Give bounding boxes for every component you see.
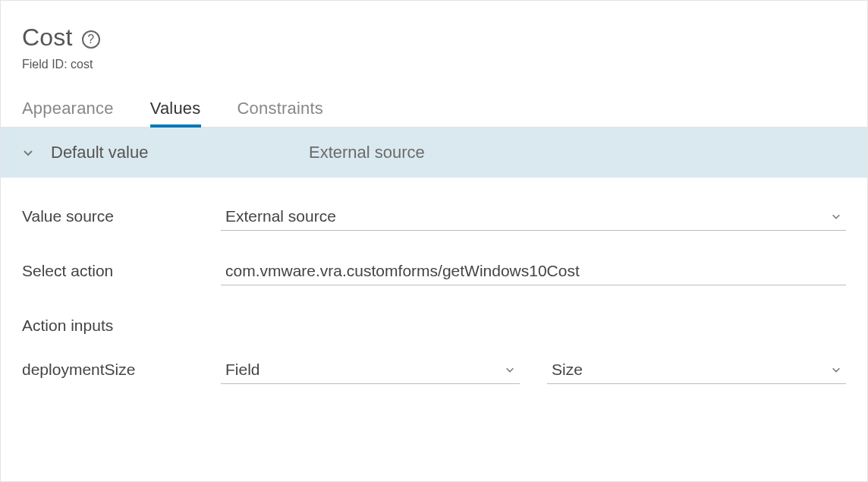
properties-panel: Cost ? Field ID: cost Appearance Values …: [0, 0, 868, 482]
tabs: Appearance Values Constraints: [1, 71, 867, 128]
panel-header: Cost ? Field ID: cost: [1, 1, 867, 71]
section-label: Default value: [51, 143, 309, 162]
select-deployment-size-field[interactable]: Size: [547, 356, 846, 384]
chevron-down-icon: [831, 364, 841, 375]
select-deployment-size-field-text: Size: [552, 361, 583, 379]
row-action-inputs: Action inputs: [22, 304, 846, 348]
help-icon[interactable]: ?: [82, 30, 100, 49]
row-deployment-size: deploymentSize Field Size: [22, 348, 846, 392]
page-title: Cost: [22, 24, 73, 52]
label-deployment-size: deploymentSize: [22, 361, 221, 379]
field-id-label: Field ID: cost: [22, 58, 846, 71]
chevron-down-icon: [22, 146, 34, 159]
label-value-source: Value source: [22, 207, 221, 225]
chevron-down-icon: [831, 211, 841, 222]
chevron-down-icon: [505, 364, 515, 375]
select-deployment-size-type-text: Field: [225, 361, 260, 379]
tab-appearance[interactable]: Appearance: [22, 99, 114, 127]
row-select-action: Select action: [22, 249, 846, 293]
section-default-value[interactable]: Default value External source: [1, 128, 867, 178]
row-value-source: Value source External source: [22, 194, 846, 238]
select-value-source-text: External source: [225, 207, 336, 225]
label-action-inputs: Action inputs: [22, 317, 221, 335]
label-select-action: Select action: [22, 262, 221, 280]
section-value: External source: [309, 143, 425, 162]
form-area: Value source External source Select acti…: [1, 178, 867, 392]
select-deployment-size-type[interactable]: Field: [221, 356, 520, 384]
input-select-action[interactable]: [221, 257, 846, 285]
select-value-source[interactable]: External source: [221, 203, 846, 231]
tab-constraints[interactable]: Constraints: [237, 99, 323, 127]
title-row: Cost ?: [22, 24, 846, 52]
tab-values[interactable]: Values: [150, 99, 201, 128]
